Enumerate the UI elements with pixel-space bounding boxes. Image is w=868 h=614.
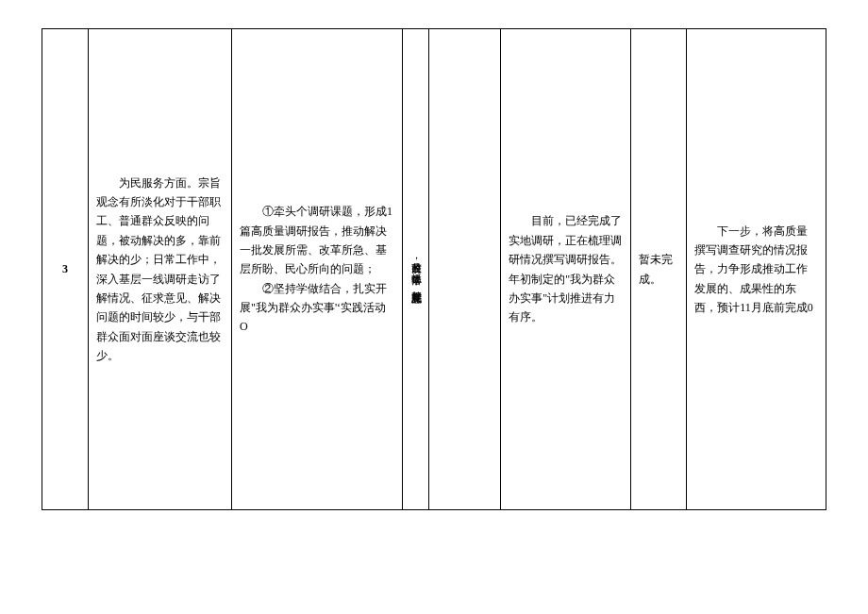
cell-status: 暂未完成。 <box>630 29 687 510</box>
cell-blank <box>429 29 501 510</box>
measure-text-1: ①牵头个调研课题，形成1篇高质量调研报告，推动解决一批发展所需、改革所急、基层所… <box>240 202 394 279</box>
table-row: 3 为民服务方面。宗旨观念有所淡化对于干部职工、普通群众反映的问题，被动解决的多… <box>42 29 826 510</box>
cell-problem: 为民服务方面。宗旨观念有所淡化对于干部职工、普通群众反映的问题，被动解决的多，靠… <box>89 29 232 510</box>
progress-text: 目前，已经完成了实地调研，正在梳理调研情况撰写调研报告。年初制定的"我为群众办实… <box>509 211 622 326</box>
next-text: 下一步，将高质量撰写调查研究的情况报告，力争形成推动工作发展的、成果性的东西，预… <box>694 222 818 318</box>
status-text: 暂未完成。 <box>639 250 679 289</box>
cell-vertical: 月前整改，抓常落毕。U底整完并好态实 <box>402 29 429 510</box>
cell-next: 下一步，将高质量撰写调查研究的情况报告，力争形成推动工作发展的、成果性的东西，预… <box>687 29 826 510</box>
row-index: 3 <box>62 262 68 275</box>
measure-text-2: ②坚持学做结合，扎实开展"我为群众办实事'‘实践活动O <box>240 279 394 337</box>
cell-progress: 目前，已经完成了实地调研，正在梳理调研情况撰写调研报告。年初制定的"我为群众办实… <box>501 29 630 510</box>
cell-measure: ①牵头个调研课题，形成1篇高质量调研报告，推动解决一批发展所需、改革所急、基层所… <box>232 29 403 510</box>
vertical-text: 月前整改，抓常落毕。U底整完并好态实 <box>409 35 423 504</box>
problem-text: 为民服务方面。宗旨观念有所淡化对于干部职工、普通群众反映的问题，被动解决的多，靠… <box>96 174 224 366</box>
cell-index: 3 <box>42 29 89 510</box>
plan-table: 3 为民服务方面。宗旨观念有所淡化对于干部职工、普通群众反映的问题，被动解决的多… <box>42 28 826 510</box>
